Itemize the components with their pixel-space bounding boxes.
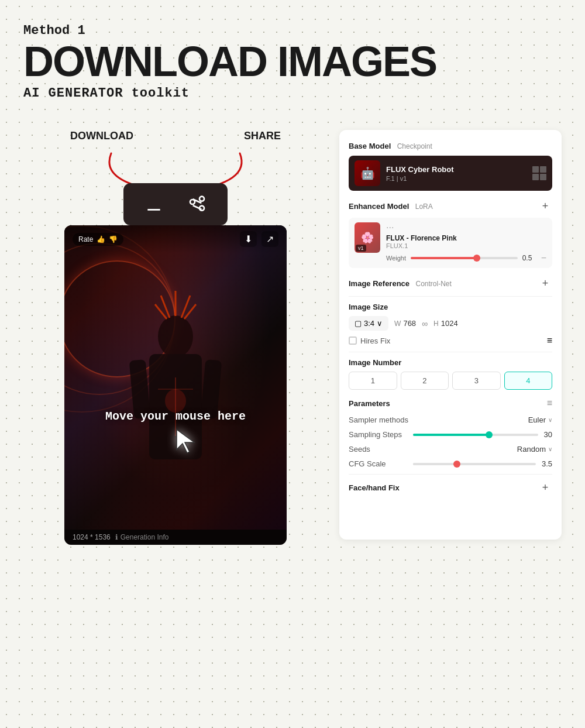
- rate-label: Rate: [78, 235, 93, 243]
- image-number-label: Image Number: [349, 358, 401, 367]
- width-input: W 768: [394, 319, 416, 328]
- page-title: DOWNLOAD IMAGES: [23, 40, 562, 83]
- card-download-button[interactable]: ⬇: [240, 231, 257, 247]
- sampling-steps-slider[interactable]: [413, 434, 538, 436]
- thumbdown-icon: 👎: [109, 235, 118, 243]
- download-icon: [144, 195, 163, 214]
- subtitle: AI GENERATOR toolkit: [23, 86, 562, 101]
- image-size-header: Image Size: [349, 303, 552, 311]
- weight-slider[interactable]: [411, 257, 518, 259]
- num-btn-3[interactable]: 3: [452, 372, 501, 390]
- cfg-thumb: [453, 461, 460, 468]
- height-value[interactable]: 1024: [441, 319, 458, 328]
- svg-marker-14: [177, 430, 194, 453]
- face-fix-toggle-button[interactable]: +: [538, 480, 552, 495]
- method-label: Method 1: [23, 23, 562, 38]
- toolbar-annotation: DOWNLOAD SHARE: [23, 130, 328, 225]
- download-annotation: DOWNLOAD: [70, 130, 133, 142]
- weight-row: Weight 0.5 −: [386, 253, 546, 263]
- num-btn-2[interactable]: 2: [401, 372, 449, 390]
- rate-button[interactable]: Rate 👍 👎: [73, 233, 123, 246]
- seeds-dropdown-icon: ∨: [548, 446, 552, 452]
- card-actions: ⬇ ↗: [240, 231, 278, 247]
- hires-row: Hires Fix ≡: [349, 335, 552, 346]
- divider-1: [349, 296, 552, 297]
- image-number-header: Image Number: [349, 358, 552, 367]
- add-lora-button[interactable]: +: [538, 199, 552, 213]
- sampler-value[interactable]: Euler ∨: [528, 415, 552, 424]
- parameters-settings-icon[interactable]: ≡: [547, 398, 552, 408]
- remove-lora-button[interactable]: −: [541, 253, 546, 263]
- lora-thumbnail: 🌸 v1: [355, 222, 380, 253]
- weight-fill: [411, 257, 480, 259]
- base-model-section-header: Base Model Checkpoint: [349, 140, 552, 151]
- base-model-card[interactable]: 🤖 FLUX Cyber Robot F.1 | v1: [349, 156, 552, 191]
- sampling-thumb: [486, 431, 493, 438]
- image-footer: 1024 * 1536 ℹ Generation Info: [64, 530, 287, 545]
- link-icon: ∞: [422, 319, 428, 328]
- hires-label: Hires Fix: [360, 336, 390, 345]
- image-card-header: Rate 👍 👎 ⬇ ↗: [64, 225, 287, 253]
- model-thumbnail: 🤖: [355, 160, 380, 186]
- seeds-row: Seeds Random ∨: [349, 445, 552, 454]
- lora-menu-dots[interactable]: ···: [386, 222, 546, 233]
- num-btn-1[interactable]: 1: [349, 372, 397, 390]
- share-button[interactable]: [184, 191, 210, 217]
- lora-base-model: FLUX.1: [386, 242, 546, 249]
- image-ref-section-header: Image Reference Control-Net +: [349, 276, 552, 290]
- cfg-fill: [413, 463, 456, 465]
- header: Method 1 DOWNLOAD IMAGES AI GENERATOR to…: [23, 23, 562, 101]
- weight-label: Weight: [386, 255, 406, 262]
- sampler-dropdown-icon: ∨: [548, 417, 552, 423]
- image-number-buttons: 1 2 3 4: [349, 372, 552, 390]
- height-input: H 1024: [433, 319, 458, 328]
- hires-checkbox[interactable]: [349, 336, 357, 345]
- add-ref-button[interactable]: +: [538, 276, 552, 290]
- ratio-icon: ▢: [355, 319, 362, 328]
- lora-label-group: Enhanced Model LoRA: [349, 201, 433, 211]
- hires-menu-icon[interactable]: ≡: [547, 335, 552, 346]
- floating-toolbar: [123, 183, 228, 225]
- face-fix-row: Face/hand Fix +: [349, 480, 552, 495]
- cfg-scale-slider[interactable]: [413, 463, 536, 465]
- image-size-label: Image Size: [349, 303, 388, 311]
- sampling-steps-label: Sampling Steps: [349, 430, 407, 439]
- grid-icon: [532, 166, 546, 180]
- image-card: Rate 👍 👎 ⬇ ↗: [64, 225, 287, 545]
- lora-info: ··· FLUX - Florence Pink FLUX.1 Weight 0…: [386, 222, 546, 263]
- figure-silhouette: [94, 284, 257, 530]
- parameters-label: Parameters: [349, 399, 390, 408]
- weight-thumb: [473, 255, 480, 262]
- card-share-button[interactable]: ↗: [261, 231, 278, 247]
- share-icon: [188, 195, 207, 214]
- sampling-steps-value: 30: [544, 430, 552, 439]
- robot-icon: 🤖: [360, 166, 375, 180]
- share-annotation: SHARE: [244, 130, 281, 142]
- model-name: FLUX Cyber Robot: [386, 165, 526, 174]
- width-value[interactable]: 768: [403, 319, 416, 328]
- lora-version-badge: v1: [356, 245, 366, 252]
- num-btn-4[interactable]: 4: [504, 372, 553, 390]
- sampling-steps-row: Sampling Steps 30: [349, 430, 552, 439]
- aspect-ratio-value: 3:4: [364, 319, 374, 328]
- svg-point-2: [158, 315, 193, 358]
- sampler-row: Sampler methods Euler ∨: [349, 415, 552, 424]
- parameters-header: Parameters ≡: [349, 398, 552, 408]
- lora-card: 🌸 v1 ··· FLUX - Florence Pink FLUX.1 Wei…: [349, 218, 552, 268]
- main-content: DOWNLOAD SHARE: [23, 130, 562, 545]
- face-fix-label: Face/hand Fix: [349, 483, 400, 492]
- annotation-row: DOWNLOAD SHARE: [70, 130, 281, 142]
- download-button[interactable]: [141, 191, 167, 217]
- weight-value: 0.5: [522, 254, 536, 262]
- sampling-fill: [413, 434, 488, 436]
- divider-3: [349, 474, 552, 475]
- mouse-hover-text: Move your mouse here: [105, 410, 246, 423]
- aspect-ratio-select[interactable]: ▢ 3:4 ∨: [349, 316, 388, 331]
- hires-fix-toggle[interactable]: Hires Fix: [349, 336, 390, 345]
- divider-2: [349, 352, 552, 352]
- cfg-scale-row: CFG Scale 3.5: [349, 459, 552, 468]
- seeds-value[interactable]: Random ∨: [517, 445, 552, 454]
- seeds-label: Seeds: [349, 445, 407, 454]
- thumbup-icon: 👍: [97, 235, 105, 243]
- lora-name: FLUX - Florence Pink: [386, 234, 546, 242]
